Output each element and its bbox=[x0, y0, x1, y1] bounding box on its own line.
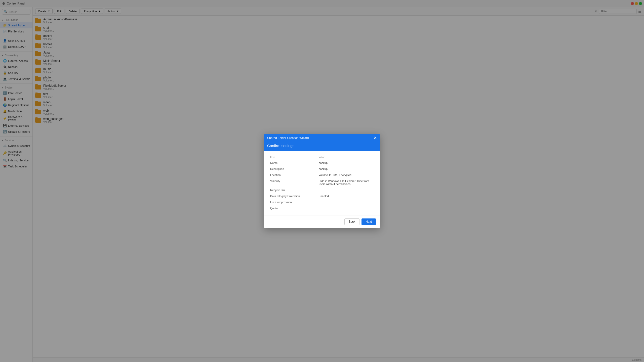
modal-subtitle: Confirm settings bbox=[264, 142, 322, 151]
app-shell: ⚙ Control Panel 🔍 Search bbox=[0, 25, 322, 181]
modal-wizard-title: Shared Folder Creation Wizard bbox=[267, 136, 309, 140]
row-value-visibility: Hide in Windows File Explorer; Hide from… bbox=[317, 178, 322, 181]
modal-dialog: Shared Folder Creation Wizard ✕ Confirm … bbox=[264, 134, 322, 181]
control-panel-window: ⚙ Control Panel 🔍 Search bbox=[0, 0, 322, 181]
table-row: Description backup bbox=[268, 166, 322, 172]
table-row: Name backup bbox=[268, 160, 322, 166]
confirm-settings-table: Item Value Name backup bbox=[268, 155, 322, 181]
cp-content: 🔍 Search ▾ File Sharing 📁 Shared Folder bbox=[0, 7, 322, 181]
row-item-description: Description bbox=[268, 166, 317, 172]
table-row: Visibility Hide in Windows File Explorer… bbox=[268, 178, 322, 181]
row-item-name: Name bbox=[268, 160, 317, 166]
row-item-location: Location bbox=[268, 172, 317, 178]
table-row: Location Volume 1: Btrfs, Encrypted bbox=[268, 172, 322, 178]
row-item-visibility: Visibility bbox=[268, 178, 317, 181]
row-value-location: Volume 1: Btrfs, Encrypted bbox=[317, 172, 322, 178]
main-area: Create Edit Delete Encryption Action bbox=[33, 7, 322, 181]
modal-body: Item Value Name backup bbox=[264, 151, 322, 181]
col-header-item: Item bbox=[268, 155, 317, 160]
modal-header: Shared Folder Creation Wizard ✕ bbox=[264, 134, 322, 142]
col-header-value: Value bbox=[317, 155, 322, 160]
modal-overlay: Shared Folder Creation Wizard ✕ Confirm … bbox=[33, 7, 322, 181]
modal-subtitle-text: Confirm settings bbox=[267, 144, 294, 148]
row-value-name: backup bbox=[317, 160, 322, 166]
row-value-description: backup bbox=[317, 166, 322, 172]
control-panel-inner: ⚙ Control Panel 🔍 Search bbox=[0, 0, 322, 181]
